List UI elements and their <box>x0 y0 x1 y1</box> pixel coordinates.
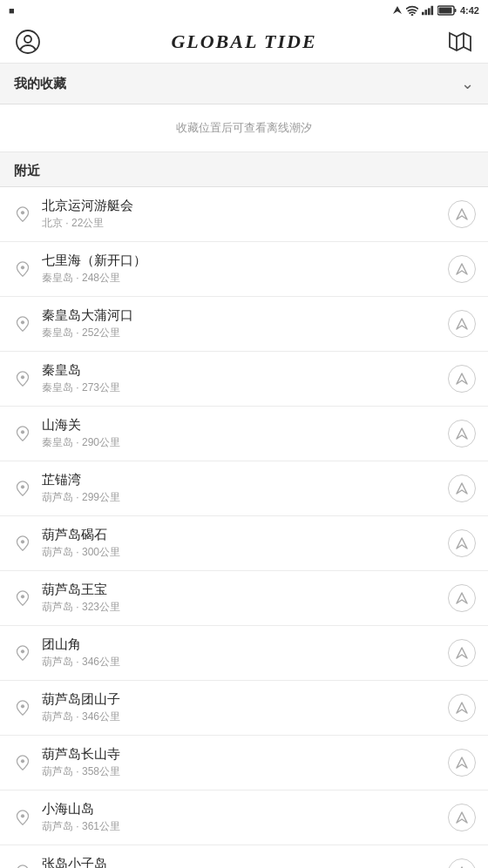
status-right: 4:42 <box>392 5 479 16</box>
svg-marker-11 <box>450 33 471 50</box>
svg-point-1 <box>411 14 414 16</box>
svg-marker-37 <box>457 812 467 823</box>
location-pin-icon <box>12 478 33 499</box>
list-item[interactable]: 张岛小子岛 葫芦岛 <box>0 845 488 868</box>
location-meta: 葫芦岛 · 323公里 <box>42 600 448 615</box>
map-icon <box>448 30 472 54</box>
svg-point-22 <box>21 430 24 434</box>
location-info: 芷锚湾 葫芦岛 · 299公里 <box>42 472 448 505</box>
location-info: 山海关 秦皇岛 · 290公里 <box>42 417 448 450</box>
svg-marker-25 <box>457 483 467 494</box>
svg-marker-15 <box>457 209 467 219</box>
list-item[interactable]: 秦皇岛大蒲河口 秦皇岛 · 252公里 <box>0 297 488 352</box>
chevron-down-icon: ⌄ <box>461 74 474 93</box>
battery-icon <box>437 5 457 16</box>
navigate-button[interactable] <box>448 639 476 667</box>
map-button[interactable] <box>444 26 476 57</box>
location-info: 张岛小子岛 葫芦岛 <box>42 856 448 868</box>
svg-marker-35 <box>457 757 467 768</box>
list-item[interactable]: 葫芦岛碣石 葫芦岛 · 300公里 <box>0 516 488 571</box>
svg-marker-33 <box>457 703 467 713</box>
navigate-button[interactable] <box>448 749 476 777</box>
list-item[interactable]: 葫芦岛长山寺 葫芦岛 · 358公里 <box>0 736 488 791</box>
location-status-icon <box>392 5 403 16</box>
location-meta: 秦皇岛 · 252公里 <box>42 326 448 340</box>
profile-icon <box>16 30 40 54</box>
svg-marker-19 <box>457 319 467 329</box>
svg-point-28 <box>21 595 24 598</box>
svg-marker-27 <box>457 538 467 548</box>
navigate-button[interactable] <box>448 420 476 447</box>
location-pin-icon <box>12 533 33 554</box>
navigate-button[interactable] <box>448 694 476 722</box>
list-item[interactable]: 团山角 葫芦岛 · 346公里 <box>0 626 488 681</box>
location-pin-icon <box>12 643 33 663</box>
svg-marker-17 <box>457 264 467 274</box>
location-name: 北京运河游艇会 <box>42 198 448 214</box>
navigate-button[interactable] <box>448 255 476 283</box>
location-name: 七里海（新开口） <box>42 252 448 269</box>
navigate-button[interactable] <box>448 200 476 228</box>
svg-point-30 <box>21 649 24 653</box>
svg-marker-23 <box>457 428 467 439</box>
svg-rect-3 <box>424 10 427 15</box>
list-item[interactable]: 秦皇岛 秦皇岛 · 273公里 <box>0 352 488 407</box>
navigate-button[interactable] <box>448 584 476 612</box>
list-item[interactable]: 小海山岛 葫芦岛 · 361公里 <box>0 791 488 845</box>
list-item[interactable]: 芷锚湾 葫芦岛 · 299公里 <box>0 461 488 516</box>
svg-rect-8 <box>438 8 451 14</box>
location-meta: 葫芦岛 · 358公里 <box>42 764 448 779</box>
profile-button[interactable] <box>12 26 44 57</box>
location-info: 葫芦岛团山子 葫芦岛 · 346公里 <box>42 691 448 724</box>
location-pin-icon <box>12 697 33 718</box>
location-meta: 葫芦岛 · 346公里 <box>42 655 448 670</box>
navigate-button[interactable] <box>448 804 476 831</box>
location-name: 秦皇岛 <box>42 362 448 379</box>
app-title: GLOBAL TIDE <box>171 30 316 53</box>
location-list: 北京运河游艇会 北京 · 22公里 七里海（新开口） 秦皇岛 · 248公里 <box>0 187 488 868</box>
navigate-button[interactable] <box>448 529 476 557</box>
svg-point-16 <box>21 266 24 269</box>
location-name: 葫芦岛团山子 <box>42 691 448 708</box>
nearby-title: 附近 <box>14 163 40 178</box>
location-pin-icon <box>12 204 33 225</box>
svg-marker-29 <box>457 593 467 603</box>
top-nav: GLOBAL TIDE <box>0 21 488 64</box>
location-pin-icon <box>12 807 33 828</box>
location-name: 山海关 <box>42 417 448 434</box>
location-pin-icon <box>12 313 33 334</box>
svg-point-20 <box>21 375 24 379</box>
list-item[interactable]: 葫芦岛王宝 葫芦岛 · 323公里 <box>0 571 488 626</box>
location-meta: 葫芦岛 · 300公里 <box>42 545 448 560</box>
location-meta: 秦皇岛 · 273公里 <box>42 380 448 395</box>
list-item[interactable]: 葫芦岛团山子 葫芦岛 · 346公里 <box>0 681 488 736</box>
location-meta: 秦皇岛 · 290公里 <box>42 435 448 450</box>
navigate-button[interactable] <box>448 365 476 393</box>
list-item[interactable]: 山海关 秦皇岛 · 290公里 <box>0 407 488 461</box>
location-info: 小海山岛 葫芦岛 · 361公里 <box>42 801 448 834</box>
location-name: 葫芦岛碣石 <box>42 527 448 543</box>
navigate-button[interactable] <box>448 474 476 502</box>
svg-marker-0 <box>393 6 402 14</box>
svg-rect-5 <box>430 6 433 16</box>
favorites-title: 我的收藏 <box>14 76 66 92</box>
location-meta: 葫芦岛 · 361公里 <box>42 819 448 834</box>
svg-marker-31 <box>457 648 467 658</box>
status-time: 4:42 <box>460 5 479 16</box>
location-pin-icon <box>12 423 33 444</box>
location-pin-icon <box>12 588 33 609</box>
location-info: 北京运河游艇会 北京 · 22公里 <box>42 198 448 231</box>
location-meta: 秦皇岛 · 248公里 <box>42 271 448 286</box>
navigate-button[interactable] <box>448 310 476 338</box>
location-meta: 北京 · 22公里 <box>42 216 448 231</box>
list-item[interactable]: 七里海（新开口） 秦皇岛 · 248公里 <box>0 242 488 297</box>
svg-point-36 <box>21 814 24 818</box>
svg-point-18 <box>21 320 24 324</box>
navigate-button[interactable] <box>448 858 476 868</box>
favorites-section-header[interactable]: 我的收藏 ⌄ <box>0 64 488 104</box>
svg-point-14 <box>21 211 24 214</box>
location-name: 张岛小子岛 <box>42 856 448 868</box>
svg-marker-21 <box>457 373 467 384</box>
list-item[interactable]: 北京运河游艇会 北京 · 22公里 <box>0 187 488 242</box>
location-pin-icon <box>12 862 33 868</box>
